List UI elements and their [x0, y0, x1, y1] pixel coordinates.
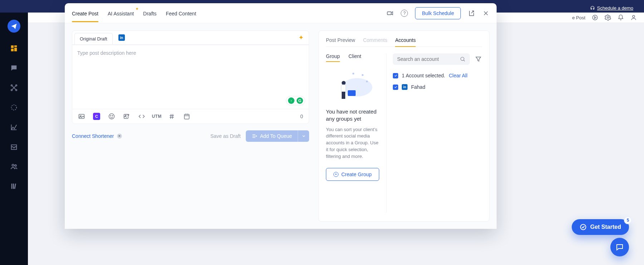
svg-rect-16: [13, 184, 14, 189]
get-started-label: Get Started: [590, 224, 621, 230]
post-description-input[interactable]: Type post description here ↑ G: [72, 45, 309, 109]
create-group-label: Create Group: [341, 172, 372, 177]
svg-point-23: [112, 116, 113, 116]
sidebar: [0, 13, 28, 265]
post-editor-card: Original Draft in ✦ Type post descriptio…: [72, 30, 309, 124]
select-all-checkbox[interactable]: [393, 73, 398, 78]
account-row[interactable]: in Fahad: [393, 84, 482, 90]
tab-ai-assistant-label: AI Assistant: [108, 11, 134, 16]
svg-point-10: [11, 85, 13, 86]
dashboard-icon[interactable]: [10, 44, 18, 52]
schedule-demo-link[interactable]: Schedule a demo: [590, 5, 633, 11]
schedule-demo-label: Schedule a demo: [597, 5, 633, 11]
paper-plane-icon: [11, 23, 17, 29]
modal-header: Create Post AI Assistant ✦ Drafts Feed C…: [65, 3, 497, 23]
emoji-icon[interactable]: [108, 113, 115, 120]
search-account-input[interactable]: [397, 56, 460, 62]
svg-rect-3: [11, 45, 14, 48]
tab-comments[interactable]: Comments: [363, 37, 387, 47]
editor-tab-original-draft[interactable]: Original Draft: [74, 33, 113, 44]
gear-icon[interactable]: [605, 14, 611, 21]
hashtag-icon[interactable]: [168, 113, 175, 120]
svg-point-1: [607, 17, 609, 19]
character-counter: 0: [300, 114, 303, 119]
empty-state-illustration: [331, 71, 374, 101]
selected-accounts-row: 1 Account selected. Clear All: [393, 73, 482, 78]
svg-rect-6: [11, 49, 14, 51]
analytics-icon[interactable]: [10, 123, 18, 131]
video-icon[interactable]: [386, 10, 394, 17]
sparkle-icon[interactable]: ✦: [298, 34, 304, 42]
tab-ai-assistant[interactable]: AI Assistant ✦: [108, 4, 134, 22]
editor-placeholder: Type post description here: [77, 50, 136, 56]
empty-state-description: You can sort your client's different soc…: [326, 126, 380, 160]
svg-rect-5: [14, 48, 17, 51]
account-name-label: Fahad: [411, 84, 425, 90]
svg-point-14: [15, 165, 16, 167]
svg-point-11: [11, 105, 17, 110]
svg-point-8: [16, 85, 17, 86]
check-circle-icon: [580, 223, 587, 231]
save-as-draft-button[interactable]: Save as Draft: [210, 133, 241, 139]
tab-post-preview[interactable]: Post Preview: [326, 37, 355, 47]
tab-feed-content[interactable]: Feed Content: [166, 4, 196, 22]
connect-shortener-link[interactable]: Connect Shortener ✕: [72, 133, 122, 139]
page-title-partial: e Post: [572, 15, 585, 20]
tab-accounts[interactable]: Accounts: [395, 37, 416, 47]
svg-rect-4: [14, 45, 17, 47]
chat-fab[interactable]: [610, 238, 629, 256]
filter-icon[interactable]: [475, 56, 482, 63]
svg-point-2: [633, 15, 635, 18]
utm-button[interactable]: UTM: [153, 113, 160, 120]
bulk-schedule-button[interactable]: Bulk Schedule: [415, 7, 461, 19]
svg-rect-26: [184, 114, 189, 119]
users-icon[interactable]: [10, 163, 18, 170]
image-upload-icon[interactable]: [123, 113, 130, 120]
plus-circle-icon: +: [333, 172, 338, 177]
grammarly-arrow-icon: ↑: [288, 97, 294, 104]
subtab-client[interactable]: Client: [348, 53, 361, 62]
help-icon[interactable]: ?: [401, 10, 408, 17]
add-to-queue-button[interactable]: Add To Queue: [246, 130, 309, 142]
bell-icon[interactable]: [618, 14, 624, 21]
account-checkbox[interactable]: [393, 85, 398, 90]
add-to-queue-dropdown[interactable]: [298, 130, 309, 142]
svg-point-27: [461, 57, 464, 61]
play-circle-icon[interactable]: [592, 14, 598, 21]
linkedin-icon[interactable]: in: [118, 34, 125, 41]
grammarly-widget[interactable]: ↑ G: [286, 96, 305, 105]
get-started-button[interactable]: Get Started 5: [572, 219, 629, 235]
user-icon[interactable]: [630, 14, 637, 21]
library-icon[interactable]: [10, 182, 18, 190]
inbox-icon[interactable]: [10, 143, 18, 151]
network-icon[interactable]: [10, 84, 18, 92]
search-icon: [460, 56, 465, 62]
grammarly-g-icon: G: [297, 97, 303, 104]
svg-rect-18: [387, 11, 391, 14]
search-account-input-wrap[interactable]: [393, 53, 470, 65]
app-logo[interactable]: [8, 20, 20, 33]
svg-point-0: [592, 15, 597, 20]
svg-point-25: [125, 115, 126, 116]
chat-icon[interactable]: [10, 64, 18, 72]
svg-point-21: [109, 114, 114, 119]
calendar-icon[interactable]: [183, 113, 190, 120]
svg-point-13: [12, 164, 14, 167]
tab-create-post[interactable]: Create Post: [72, 4, 98, 22]
export-icon[interactable]: [468, 10, 475, 17]
selected-count-label: 1 Account selected.: [402, 73, 445, 78]
close-icon[interactable]: [482, 10, 489, 17]
svg-point-7: [11, 90, 13, 91]
close-small-icon[interactable]: ✕: [117, 134, 122, 139]
tab-drafts[interactable]: Drafts: [143, 4, 156, 22]
get-started-badge: 5: [624, 216, 632, 224]
clear-all-link[interactable]: Clear All: [449, 73, 467, 78]
code-icon[interactable]: [138, 113, 145, 120]
target-icon[interactable]: [10, 103, 18, 111]
create-group-button[interactable]: + Create Group: [326, 168, 379, 181]
canva-icon[interactable]: C: [93, 113, 100, 120]
queue-icon: [252, 133, 257, 139]
subtab-group[interactable]: Group: [326, 53, 340, 62]
media-icon[interactable]: [78, 113, 85, 120]
svg-point-9: [16, 90, 17, 91]
